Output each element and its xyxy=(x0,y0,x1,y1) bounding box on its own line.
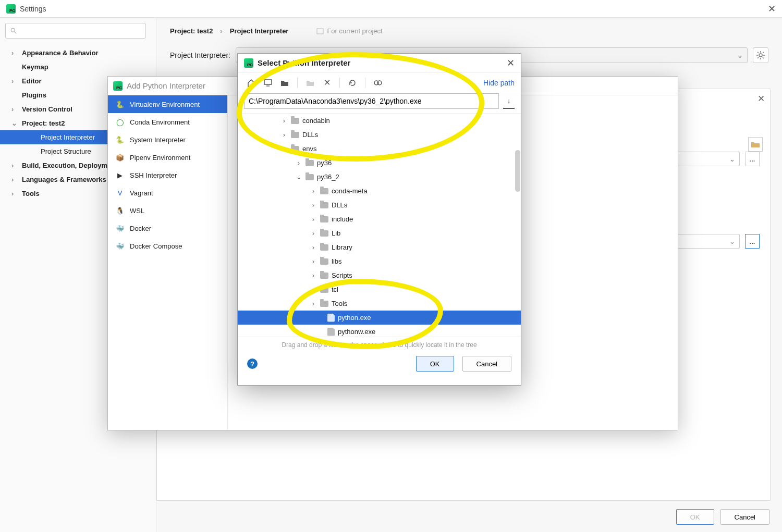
settings-footer-buttons: OK Cancel xyxy=(676,509,769,525)
folder-icon xyxy=(291,118,299,124)
folder-icon xyxy=(320,216,328,222)
file-tree-label: conda-meta xyxy=(332,187,368,195)
expand-arrow-icon: › xyxy=(310,229,317,237)
file-tree-row[interactable]: ›condabin xyxy=(238,114,521,128)
file-icon xyxy=(327,328,335,336)
env-item-label: WSL xyxy=(130,207,144,215)
file-tree-row[interactable]: ›Tools xyxy=(238,296,521,311)
project-button[interactable] xyxy=(277,76,292,90)
pycharm-icon xyxy=(6,4,16,14)
file-tree-label: libs xyxy=(332,257,342,265)
env-type-item[interactable]: 🐍System Interpreter xyxy=(108,131,227,149)
env-type-item[interactable]: 🐳Docker xyxy=(108,219,227,237)
path-input[interactable] xyxy=(244,93,499,109)
sidebar-item[interactable]: ›Appearance & Behavior xyxy=(0,46,156,60)
expand-arrow-icon: › xyxy=(280,117,288,125)
close-icon[interactable]: ✕ xyxy=(507,57,515,69)
env-icon: 🐍 xyxy=(115,135,125,144)
file-tree-row[interactable]: ›DLLs xyxy=(238,128,521,142)
env-item-label: Virtualenv Environment xyxy=(130,101,200,108)
panel-close-icon[interactable]: ✕ xyxy=(757,93,765,104)
pycharm-icon xyxy=(113,81,123,91)
env-type-item[interactable]: 🐳Docker Compose xyxy=(108,237,227,255)
expand-arrow-icon: › xyxy=(295,159,302,167)
env-type-item[interactable]: ◯Conda Environment xyxy=(108,113,227,131)
file-tree-row[interactable]: pythonw.exe xyxy=(238,325,521,337)
file-tree-label: Library xyxy=(332,243,352,251)
file-tree-row[interactable]: ⌄py36_2 xyxy=(238,170,521,184)
ok-button[interactable]: OK xyxy=(676,509,714,525)
file-tree-row[interactable]: ›DLLs xyxy=(238,198,521,212)
file-tree-row[interactable]: ›conda-meta xyxy=(238,184,521,198)
select-dialog-titlebar: Select Python Interpreter ✕ xyxy=(238,54,521,72)
new-folder-icon xyxy=(306,79,314,86)
env-type-item[interactable]: 📦Pipenv Environment xyxy=(108,149,227,166)
folder-icon xyxy=(306,174,314,180)
file-tree-row[interactable]: python.exe xyxy=(238,311,521,325)
hide-path-link[interactable]: Hide path xyxy=(483,79,515,87)
search-input[interactable] xyxy=(5,23,146,39)
folder-icon xyxy=(320,202,328,208)
env-type-item[interactable]: 🐍Virtualenv Environment xyxy=(108,95,227,113)
window-title: Settings xyxy=(20,5,46,13)
expand-arrow-icon: › xyxy=(310,300,317,307)
chevron-icon: › xyxy=(11,105,17,113)
svg-line-11 xyxy=(757,57,759,58)
svg-point-3 xyxy=(759,54,762,57)
file-tree-row[interactable]: ›Lib xyxy=(238,226,521,240)
gear-button[interactable] xyxy=(753,47,768,63)
file-tree-row[interactable]: ›Scripts xyxy=(238,268,521,282)
browse-button-active[interactable]: ... xyxy=(745,234,760,249)
select-dialog-buttons: ? OK Cancel xyxy=(238,353,521,379)
file-tree-row[interactable]: ⌄envs xyxy=(238,142,521,156)
env-type-item[interactable]: VVagrant xyxy=(108,184,227,202)
env-item-label: Docker Compose xyxy=(130,242,182,250)
delete-button[interactable]: ✕ xyxy=(320,76,334,90)
file-tree-label: tcl xyxy=(332,286,338,293)
file-tree-row[interactable]: ›include xyxy=(238,212,521,226)
env-icon: ◯ xyxy=(115,117,125,127)
file-tree-row[interactable]: ›py36 xyxy=(238,156,521,170)
show-hidden-button[interactable] xyxy=(371,76,385,90)
home-button[interactable] xyxy=(244,76,259,90)
sidebar-item[interactable]: Keymap xyxy=(0,60,156,74)
folder-icon xyxy=(320,301,328,307)
env-type-item[interactable]: ▶SSH Interpreter xyxy=(108,166,227,184)
file-tree-row[interactable]: ›libs xyxy=(238,254,521,268)
folder-icon xyxy=(320,188,328,194)
separator xyxy=(339,78,340,88)
cancel-button[interactable]: Cancel xyxy=(720,509,769,525)
cancel-button[interactable]: Cancel xyxy=(462,356,511,372)
file-tree[interactable]: ›condabin›DLLs⌄envs›py36⌄py36_2›conda-me… xyxy=(238,113,521,337)
scrollbar-thumb[interactable] xyxy=(515,150,520,192)
refresh-button[interactable] xyxy=(345,76,360,90)
download-button[interactable]: ↓ xyxy=(503,93,515,109)
env-item-label: System Interpreter xyxy=(130,136,186,144)
file-tree-row[interactable]: ›tcl xyxy=(238,282,521,296)
ok-button[interactable]: OK xyxy=(416,356,454,372)
env-type-item[interactable]: 🐧WSL xyxy=(108,202,227,219)
chevron-right-icon: › xyxy=(220,27,222,35)
desktop-button[interactable] xyxy=(261,76,275,90)
expand-arrow-icon: › xyxy=(310,201,317,209)
new-folder-button[interactable] xyxy=(303,76,317,90)
chevron-down-icon: ⌄ xyxy=(729,238,735,245)
chevron-icon: › xyxy=(11,176,17,183)
show-hidden-icon xyxy=(373,79,383,86)
env-icon: ▶ xyxy=(115,170,125,180)
file-tree-label: pythonw.exe xyxy=(338,328,375,336)
sidebar-item-label: Keymap xyxy=(22,63,48,71)
expand-arrow-icon: › xyxy=(310,243,317,251)
help-button[interactable]: ? xyxy=(247,358,258,369)
file-tree-row[interactable]: ›Library xyxy=(238,240,521,254)
close-icon[interactable]: ✕ xyxy=(768,3,776,15)
browse-button[interactable]: ... xyxy=(745,152,760,166)
file-tree-label: include xyxy=(332,215,353,223)
hint-text: Drag and drop a file into the space abov… xyxy=(238,337,521,353)
folder-icon xyxy=(320,244,328,251)
chevron-icon: › xyxy=(11,49,17,57)
svg-point-0 xyxy=(11,28,15,32)
env-item-label: Docker xyxy=(130,225,151,232)
folder-button[interactable] xyxy=(748,137,763,152)
file-tree-label: Scripts xyxy=(332,271,352,279)
